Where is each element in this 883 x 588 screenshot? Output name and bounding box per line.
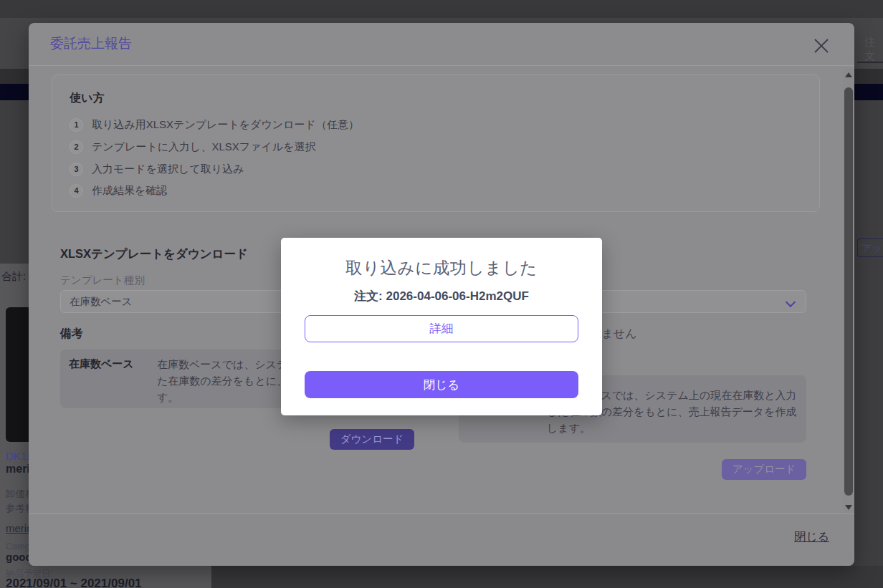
step-number-badge: 3 (70, 163, 83, 176)
page-top-strip (0, 0, 883, 18)
template-type-label: テンプレート種別 (60, 274, 145, 287)
scroll-down-arrow-icon[interactable] (845, 505, 852, 510)
tab-orders[interactable]: 注文 (864, 36, 883, 63)
step-number-badge: 4 (70, 184, 83, 198)
step-text: 取り込み用XLSXテンプレートをダウンロード（任意） (92, 118, 359, 132)
success-close-button[interactable]: 閉じる (305, 371, 578, 398)
chevron-down-icon (786, 297, 796, 307)
footer-close-link[interactable]: 閉じる (794, 530, 829, 545)
usage-step: 1 取り込み用XLSXテンプレートをダウンロード（任意） (70, 117, 359, 132)
notes-heading: 備考 (60, 327, 83, 342)
close-icon[interactable] (812, 37, 831, 55)
page-upload-button-fragment[interactable]: アップ (857, 238, 883, 257)
scrollbar-thumb[interactable] (844, 87, 853, 496)
usage-heading: 使い方 (70, 91, 104, 106)
success-title: 取り込みに成功しました (281, 256, 602, 279)
step-text: テンプレートに入力し、XLSXファイルを選択 (92, 140, 316, 154)
success-dialog: 取り込みに成功しました 注文: 2026-04-06-06-H2m2QUF 詳細… (281, 238, 602, 415)
page-bottom-band (211, 566, 883, 588)
download-section-heading: XLSXテンプレートをダウンロード (60, 246, 248, 262)
step-number-badge: 1 (70, 118, 83, 132)
upload-button[interactable]: アップロード (722, 459, 806, 480)
import-modal-title: 委託売上報告 (50, 34, 132, 53)
scroll-up-arrow-icon[interactable] (845, 72, 852, 77)
usage-step: 3 入力モードを選択して取り込み (70, 162, 244, 176)
usage-box: 使い方 1 取り込み用XLSXテンプレートをダウンロード（任意） 2 テンプレー… (52, 74, 820, 212)
screen: 合計: 1 DK12 meri 卸価格 参考税 merin Catego goo… (0, 0, 883, 588)
import-modal-header: 委託売上報告 (29, 23, 854, 66)
tab-orders-underline (857, 62, 883, 63)
import-modal-footer: 閉じる (29, 514, 854, 566)
detail-button[interactable]: 詳細 (305, 315, 578, 342)
usage-step: 2 テンプレートに入力し、XLSXファイルを選択 (70, 140, 316, 154)
step-text: 入力モードを選択して取り込み (92, 163, 244, 176)
template-type-value: 在庫数ベース (70, 291, 133, 312)
usage-step: 4 作成結果を確認 (70, 183, 167, 198)
step-text: 作成結果を確認 (92, 184, 167, 198)
download-button[interactable]: ダウンロード (330, 429, 414, 450)
modal-scrollbar[interactable] (843, 69, 854, 514)
step-number-badge: 2 (70, 140, 83, 154)
delivery-date-value: 2021/09/01 ~ 2021/09/01 (6, 577, 142, 588)
product-name: meri (6, 463, 30, 476)
note-term: 在庫数ベース (69, 357, 134, 371)
success-order-line: 注文: 2026-04-06-06-H2m2QUF (281, 288, 602, 304)
